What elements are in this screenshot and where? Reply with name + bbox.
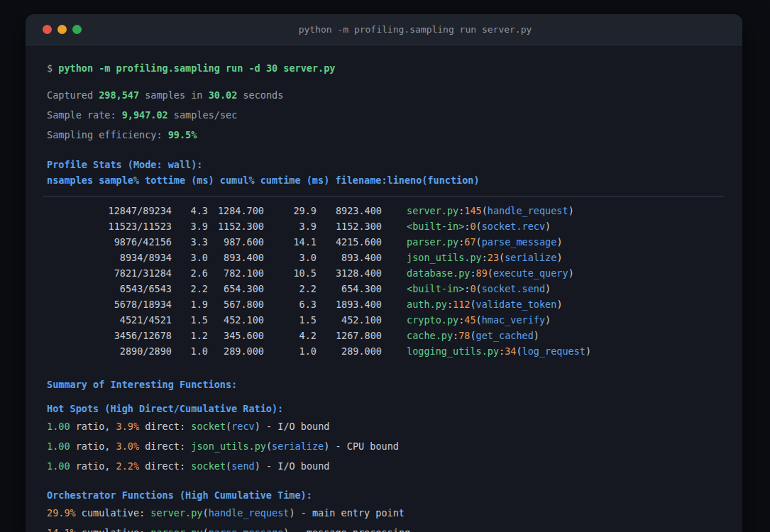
- note: - message processing: [295, 527, 411, 532]
- filename: cache.py: [407, 330, 453, 341]
- tottime-cell: 893.400: [208, 250, 264, 265]
- zoom-button[interactable]: [72, 25, 82, 34]
- note: - main entry point: [301, 507, 405, 519]
- function-name: serialize: [272, 440, 324, 452]
- nsamples-cell: 6543/6543: [47, 281, 172, 297]
- nsamples-cell: 8934/8934: [47, 250, 172, 265]
- prompt-symbol: $: [47, 62, 53, 74]
- function-name: recv: [231, 421, 255, 432]
- efficiency-line: Sampling efficiency: 99.5%: [47, 127, 722, 143]
- close-button[interactable]: [43, 25, 52, 34]
- nsamples-cell: 11523/11523: [47, 218, 172, 234]
- cumtime-cell: 289.000: [317, 343, 382, 359]
- capture-duration-value: 30.02: [209, 89, 238, 101]
- nsamples-cell: 2890/2890: [47, 343, 172, 359]
- colon-separator: :: [470, 267, 475, 279]
- filename: server.py: [150, 507, 202, 519]
- table-row: 9876/42156 3.3 987.600 14.1 4215.600 par…: [47, 234, 722, 250]
- close-paren: ): [255, 421, 260, 432]
- function-location: server.py:145(handle_request): [407, 203, 722, 218]
- cumul-pct-cell: 10.5: [264, 265, 317, 281]
- open-paren: (: [226, 460, 231, 472]
- capture-samples-value: 298,547: [99, 89, 139, 101]
- open-paren: (: [482, 205, 488, 216]
- hot-spot-line: 1.00 ratio, 3.0% direct: json_utils.py(s…: [47, 438, 722, 454]
- tottime-cell: 987.600: [208, 234, 264, 250]
- line-number: 0: [470, 283, 475, 294]
- sample-pct-cell: 1.2: [172, 328, 208, 343]
- function-location: auth.py:112(validate_token): [407, 297, 722, 312]
- function-name: get_cached: [476, 330, 534, 341]
- line-number: 112: [453, 299, 470, 310]
- column-spacer: [382, 250, 407, 265]
- cumul-pct-cell: 1.0: [264, 343, 317, 359]
- cumtime-cell: 654.300: [317, 281, 382, 297]
- open-paren: (: [470, 330, 475, 341]
- filename: server.py: [407, 205, 458, 216]
- column-spacer: [382, 312, 407, 328]
- minimize-button[interactable]: [57, 25, 67, 34]
- sample-pct-cell: 3.0: [172, 250, 208, 265]
- cumul-pct-cell: 4.2: [264, 328, 317, 343]
- profile-stats-title: Profile Stats (Mode: wall):: [47, 157, 722, 172]
- column-spacer: [382, 328, 407, 343]
- hot-spots-title: Hot Spots (High Direct/Cumulative Ratio)…: [47, 401, 722, 416]
- close-paren: ): [289, 507, 295, 519]
- nsamples-cell: 9876/42156: [47, 234, 172, 250]
- colon-separator: :: [499, 345, 505, 357]
- function-ref: socket(recv): [191, 421, 260, 432]
- sample-rate-suffix: samples/sec: [174, 109, 237, 121]
- column-spacer: [382, 234, 407, 250]
- direct-label: direct:: [145, 421, 185, 432]
- function-location: database.py:89(execute_query): [407, 265, 722, 281]
- title-bar[interactable]: python -m profiling.sampling run server.…: [26, 14, 742, 45]
- cumtime-cell: 8923.400: [317, 203, 382, 218]
- close-paren: ): [545, 283, 551, 294]
- percent-value: 2.2%: [116, 460, 140, 472]
- line-number: 0: [470, 221, 475, 232]
- function-name: send: [231, 460, 255, 472]
- function-location: <built-in>:0(socket.send): [407, 281, 722, 297]
- direct-label: direct:: [145, 460, 185, 472]
- cumul-pct-cell: 1.5: [264, 312, 317, 328]
- open-paren: (: [266, 440, 272, 452]
- open-paren: (: [488, 267, 493, 279]
- filename: socket: [191, 460, 226, 472]
- capture-summary-line: Captured 298,547 samples in 30.02 second…: [47, 87, 722, 103]
- ratio-label: ratio,: [76, 421, 111, 432]
- tottime-cell: 345.600: [208, 328, 264, 343]
- sample-pct-cell: 1.5: [172, 312, 208, 328]
- function-ref: parser.py(parse_message): [150, 527, 289, 532]
- open-paren: (: [499, 252, 505, 263]
- function-name: parse_message: [209, 527, 284, 532]
- line-number: 67: [464, 236, 475, 248]
- function-name: execute_query: [493, 267, 568, 279]
- command-text: python -m profiling.sampling run -d 30 s…: [58, 62, 335, 74]
- filename: json_utils.py: [407, 252, 482, 263]
- close-paren: ): [255, 460, 260, 472]
- cumul-pct-cell: 3.9: [264, 218, 317, 234]
- bound-note: - I/O bound: [266, 460, 329, 472]
- table-row: 3456/12678 1.2 345.600 4.2 1267.800 cach…: [47, 328, 722, 343]
- close-paren: ): [545, 221, 551, 232]
- capture-prefix: Captured: [47, 89, 93, 101]
- profile-table: 12847/89234 4.3 1284.700 29.9 8923.400 s…: [47, 203, 722, 359]
- column-spacer: [382, 203, 407, 218]
- filename: parser.py: [150, 527, 202, 532]
- open-paren: (: [202, 527, 208, 532]
- efficiency-label: Sampling efficiency:: [47, 129, 163, 140]
- percent-value: 3.9%: [116, 421, 140, 432]
- open-paren: (: [476, 283, 482, 294]
- colon-separator: :: [453, 330, 458, 341]
- close-paren: ): [534, 330, 539, 341]
- percent-value: 14.1%: [47, 527, 76, 532]
- tottime-cell: 1152.300: [208, 218, 264, 234]
- sample-rate-label: Sample rate:: [47, 109, 116, 121]
- colon-separator: :: [482, 252, 488, 263]
- terminal-output[interactable]: $ python -m profiling.sampling run -d 30…: [26, 45, 742, 532]
- filename: logging_utils.py: [407, 345, 499, 357]
- orchestrators-list: 29.9% cumulative: server.py(handle_reque…: [47, 505, 722, 532]
- table-row: 12847/89234 4.3 1284.700 29.9 8923.400 s…: [47, 203, 722, 218]
- function-name: socket.recv: [482, 221, 545, 232]
- tottime-cell: 782.100: [208, 265, 264, 281]
